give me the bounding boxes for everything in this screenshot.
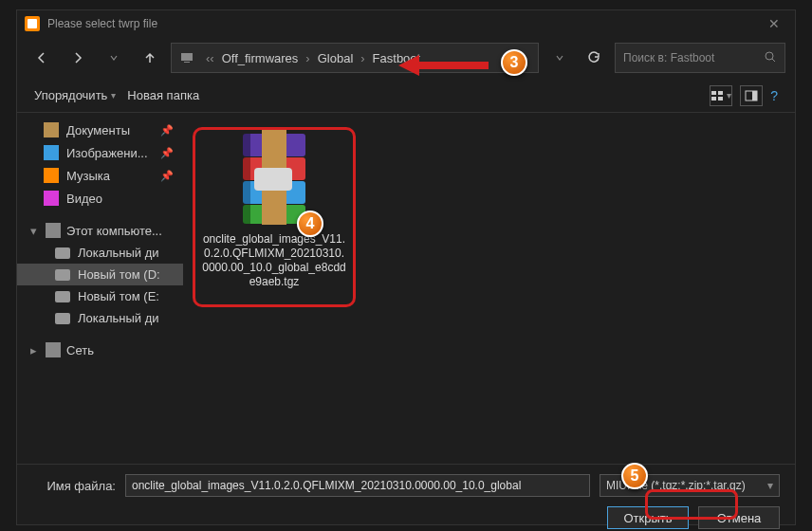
drive-icon <box>55 269 70 281</box>
svg-rect-1 <box>184 62 190 63</box>
new-folder-button[interactable]: Новая папка <box>127 88 199 102</box>
pin-icon: 📌 <box>160 170 174 182</box>
svg-rect-9 <box>752 91 757 101</box>
titlebar: Please select twrp file ✕ <box>17 10 795 37</box>
search-placeholder: Поиск в: Fastboot <box>623 51 714 64</box>
sidebar-item-drive[interactable]: Локальный ди <box>17 242 183 264</box>
chevron-right-icon: ‹‹ <box>202 51 218 65</box>
annotation-highlight <box>645 489 738 520</box>
drive-icon <box>55 291 70 302</box>
annotation-callout-3: 3 <box>501 49 527 76</box>
body-area: Документы 📌 Изображени... 📌 Музыка 📌 Вид… <box>17 113 795 464</box>
search-icon <box>764 50 777 66</box>
toolbar: Упорядочить ▾ Новая папка ▾ ? <box>17 79 795 113</box>
svg-point-2 <box>766 52 773 60</box>
chevron-down-icon: ▾ <box>111 90 116 101</box>
annotation-callout-4: 4 <box>297 211 323 237</box>
sidebar-group-network[interactable]: ▸ Сеть <box>17 339 183 361</box>
sidebar-item-documents[interactable]: Документы 📌 <box>17 119 183 141</box>
file-name: onclite_global_images_V11.0.2.0.QFLMIXM_… <box>198 232 350 289</box>
pin-icon: 📌 <box>160 124 174 137</box>
filename-input[interactable] <box>125 474 590 497</box>
pc-icon <box>179 50 194 65</box>
sidebar-item-drive[interactable]: Новый том (E: <box>17 285 183 307</box>
music-icon <box>44 168 59 183</box>
forward-button[interactable] <box>63 43 93 73</box>
svg-rect-5 <box>718 91 723 95</box>
svg-rect-4 <box>711 91 716 95</box>
annotation-callout-5: 5 <box>621 463 648 489</box>
organize-button[interactable]: Упорядочить ▾ <box>34 88 116 102</box>
breadcrumb-item[interactable]: Global <box>314 51 358 65</box>
chevron-right-icon: › <box>302 51 313 65</box>
pictures-icon <box>44 145 59 160</box>
pin-icon: 📌 <box>160 147 174 159</box>
up-button[interactable] <box>135 43 165 73</box>
window-title: Please select twrp file <box>47 17 157 30</box>
close-icon[interactable]: ✕ <box>761 16 787 31</box>
chevron-down-icon: ▾ <box>30 224 40 238</box>
svg-rect-7 <box>718 97 723 101</box>
preview-pane-button[interactable] <box>740 85 763 106</box>
network-icon <box>46 342 61 357</box>
help-icon[interactable]: ? <box>770 88 778 103</box>
app-icon <box>25 16 40 31</box>
refresh-button[interactable] <box>579 43 609 73</box>
view-options-button[interactable]: ▾ <box>710 85 732 106</box>
file-open-dialog: Please select twrp file ✕ ‹‹ Off_firmwar… <box>16 9 796 525</box>
sidebar-item-pictures[interactable]: Изображени... 📌 <box>17 141 183 164</box>
video-icon <box>44 191 59 206</box>
sidebar-item-drive[interactable]: Новый том (D: <box>17 264 183 285</box>
svg-marker-11 <box>398 55 419 76</box>
sidebar-item-drive[interactable]: Локальный ди <box>17 307 183 329</box>
svg-rect-0 <box>181 53 193 61</box>
file-item[interactable]: onclite_global_images_V11.0.2.0.QFLMIXM_… <box>198 130 350 289</box>
filename-label: Имя файла: <box>32 479 116 493</box>
svg-line-3 <box>772 59 775 62</box>
back-button[interactable] <box>27 43 57 73</box>
sidebar-item-music[interactable]: Музыка 📌 <box>17 164 183 187</box>
drive-icon <box>55 247 70 259</box>
documents-icon <box>44 122 59 137</box>
chevron-right-icon: ▸ <box>30 343 40 357</box>
chevron-down-icon[interactable] <box>99 43 129 73</box>
breadcrumb-dropdown[interactable] <box>544 43 575 73</box>
sidebar-item-video[interactable]: Видео <box>17 187 183 210</box>
drive-icon <box>55 313 70 324</box>
pc-icon <box>46 223 61 238</box>
chevron-right-icon: › <box>357 51 368 65</box>
search-input[interactable]: Поиск в: Fastboot <box>615 43 785 73</box>
archive-icon <box>231 130 317 225</box>
svg-rect-6 <box>711 97 716 101</box>
breadcrumb-item[interactable]: Off_firmwares <box>218 51 303 65</box>
annotation-arrow <box>398 51 493 80</box>
sidebar: Документы 📌 Изображени... 📌 Музыка 📌 Вид… <box>17 113 183 464</box>
sidebar-group-thispc[interactable]: ▾ Этот компьюте... <box>17 219 183 242</box>
file-list[interactable]: onclite_global_images_V11.0.2.0.QFLMIXM_… <box>183 113 795 464</box>
chevron-down-icon: ▾ <box>767 479 773 492</box>
